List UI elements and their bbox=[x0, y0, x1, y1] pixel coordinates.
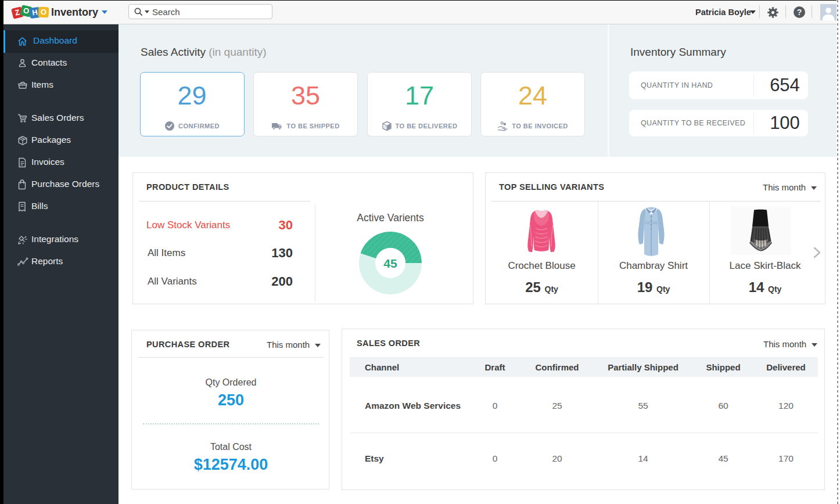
svg-text:45: 45 bbox=[383, 257, 397, 270]
